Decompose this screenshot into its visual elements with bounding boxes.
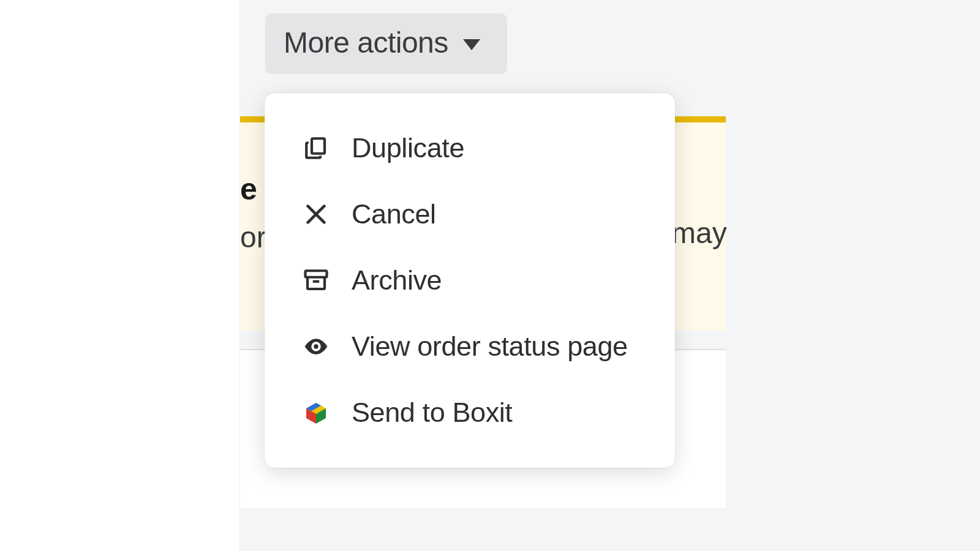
menu-item-label: Duplicate (352, 132, 464, 164)
app-canvas: e out of stock ord may More actions Dupl… (0, 0, 980, 551)
menu-item-label: Send to Boxit (352, 397, 512, 429)
menu-item-duplicate[interactable]: Duplicate (265, 115, 675, 181)
archive-icon (303, 267, 330, 294)
more-actions-label: More actions (284, 26, 448, 59)
menu-item-send-to-boxit[interactable]: Send to Boxit (265, 380, 675, 446)
menu-item-label: Cancel (352, 198, 436, 230)
boxit-logo-icon (303, 399, 330, 426)
menu-item-cancel[interactable]: Cancel (265, 181, 675, 247)
svg-rect-3 (306, 271, 327, 277)
more-actions-dropdown: Duplicate Cancel Archive (265, 93, 675, 468)
svg-point-6 (314, 344, 318, 348)
duplicate-icon (303, 135, 330, 162)
banner-body-right: may (671, 216, 727, 250)
menu-item-view-order-status[interactable]: View order status page (265, 313, 675, 380)
svg-rect-0 (312, 138, 325, 154)
close-icon (303, 201, 330, 228)
caret-down-icon (463, 39, 480, 50)
eye-icon (303, 333, 330, 360)
menu-item-label: Archive (352, 264, 442, 296)
more-actions-button[interactable]: More actions (265, 13, 507, 74)
menu-item-archive[interactable]: Archive (265, 247, 675, 313)
menu-item-label: View order status page (352, 331, 628, 362)
